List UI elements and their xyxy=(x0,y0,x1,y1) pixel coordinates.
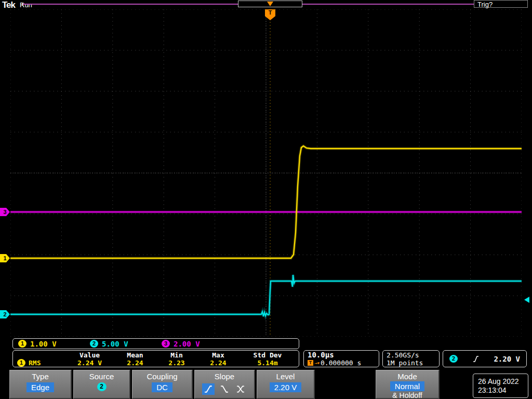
measurement-header-value: Value xyxy=(65,351,114,359)
measurement-table: Value Mean Min Max Std Dev 1 RMS 2.24 V … xyxy=(12,350,299,367)
acquisition-readout: 2.50GS/s 1M points xyxy=(382,350,440,367)
menu-type-button[interactable]: Type Edge xyxy=(9,370,72,399)
measurement-stddev: 5.14m xyxy=(239,359,296,367)
menu-level-button[interactable]: Level 2.20 V xyxy=(257,370,315,399)
menu-coupling-label: Coupling xyxy=(147,372,177,381)
measurement-header-row: Value Mean Min Max Std Dev xyxy=(13,351,299,359)
either-slope-icon xyxy=(236,385,245,393)
trigger-delay-arrow-icon: →▾ xyxy=(314,359,320,367)
menu-mode-holdoff: & Holdoff xyxy=(392,392,422,399)
datetime-box: 26 Aug 2022 23:13:04 xyxy=(473,374,528,398)
falling-slope-icon xyxy=(220,385,229,393)
tek-logo: Tek xyxy=(2,0,15,10)
menu-coupling-value: DC xyxy=(152,382,172,392)
channel-3-scale[interactable]: 3 2.00 V xyxy=(162,340,233,348)
menu-source-label: Source xyxy=(89,372,114,381)
measurement-name: RMS xyxy=(29,359,41,367)
menu-mode-label: Mode xyxy=(397,372,417,381)
measurement-header-min: Min xyxy=(156,351,197,359)
menu-slope-button[interactable]: Slope xyxy=(194,370,255,399)
channel-scales-bar: 1 1.00 V 2 5.00 V 3 2.00 V xyxy=(12,338,299,349)
measurement-header-stddev: Std Dev xyxy=(239,351,296,359)
channel-2-marker[interactable]: 2 xyxy=(0,310,10,318)
menu-source-channel-badge: 2 xyxy=(97,382,107,391)
menu-coupling-button[interactable]: Coupling DC xyxy=(132,370,193,399)
channel-1-scale[interactable]: 1 1.00 V xyxy=(18,340,90,348)
sample-rate: 2.50GS/s xyxy=(387,351,439,359)
trigger-flag-tip-icon xyxy=(265,16,275,20)
channel-3-scale-value: 2.00 V xyxy=(174,340,200,348)
trigger-level-arrow-icon[interactable] xyxy=(524,297,529,303)
channel-3-marker[interactable]: 3 xyxy=(0,208,10,216)
measurement-row: 1 RMS 2.24 V 2.24 2.23 2.24 5.14m xyxy=(13,359,299,367)
timebase-scale: 10.0µs xyxy=(308,351,379,359)
menu-mode-value: Normal xyxy=(390,381,424,391)
channel-2-scale-value: 5.00 V xyxy=(102,340,128,348)
record-length: 1M points xyxy=(387,359,439,367)
channel-3-badge: 3 xyxy=(162,340,170,348)
record-trigger-arrow-icon xyxy=(267,2,273,6)
oscilloscope-screen: Tek Run Trig? T 3 1 2 1 1.00 V 2 5.00 V … xyxy=(0,0,532,399)
menu-mode-button[interactable]: Mode Normal & Holdoff xyxy=(376,370,440,399)
date-value: 26 Aug 2022 xyxy=(478,377,528,386)
measurement-header-mean: Mean xyxy=(114,351,156,359)
menu-level-value: 2.20 V xyxy=(270,382,301,392)
trigger-position-marker[interactable]: T xyxy=(265,9,275,20)
menu-type-label: Type xyxy=(32,372,49,381)
rising-slope-icon xyxy=(204,385,213,393)
measurement-mean: 2.24 xyxy=(114,359,156,367)
trigger-level-value: 2.20 V xyxy=(494,355,520,363)
slope-either-option[interactable] xyxy=(234,383,247,395)
trigger-readout: 2 2.20 V xyxy=(443,350,527,367)
measurement-max: 2.24 xyxy=(197,359,239,367)
channel-1-marker[interactable]: 1 xyxy=(0,254,10,262)
channel-1-scale-value: 1.00 V xyxy=(30,340,57,348)
slope-rising-option[interactable] xyxy=(202,383,215,395)
rising-edge-icon xyxy=(473,355,479,363)
trigger-delay-t-icon: T xyxy=(308,360,313,366)
menu-type-value: Edge xyxy=(26,382,54,392)
measurement-channel-badge: 1 xyxy=(17,359,25,367)
horizontal-delay-value: 0.000000 s xyxy=(321,359,361,367)
slope-falling-option[interactable] xyxy=(218,383,231,395)
trigger-flag-label: T xyxy=(265,9,275,16)
measurement-value: 2.24 V xyxy=(65,359,114,367)
waveform-display xyxy=(10,9,522,337)
channel-2-scale[interactable]: 2 5.00 V xyxy=(90,340,162,348)
menu-level-label: Level xyxy=(276,372,295,381)
channel-1-badge: 1 xyxy=(18,340,26,348)
trigger-status-badge: Trig? xyxy=(474,0,528,8)
channel-2-badge: 2 xyxy=(90,340,98,348)
measurement-min: 2.23 xyxy=(156,359,197,367)
menu-source-button[interactable]: Source 2 xyxy=(73,370,130,399)
trigger-source-badge: 2 xyxy=(449,355,458,363)
time-value: 23:13:04 xyxy=(478,386,528,395)
horizontal-readout: 10.0µs T →▾ 0.000000 s xyxy=(303,350,379,367)
menu-slope-label: Slope xyxy=(215,372,234,381)
measurement-header-max: Max xyxy=(197,351,239,359)
